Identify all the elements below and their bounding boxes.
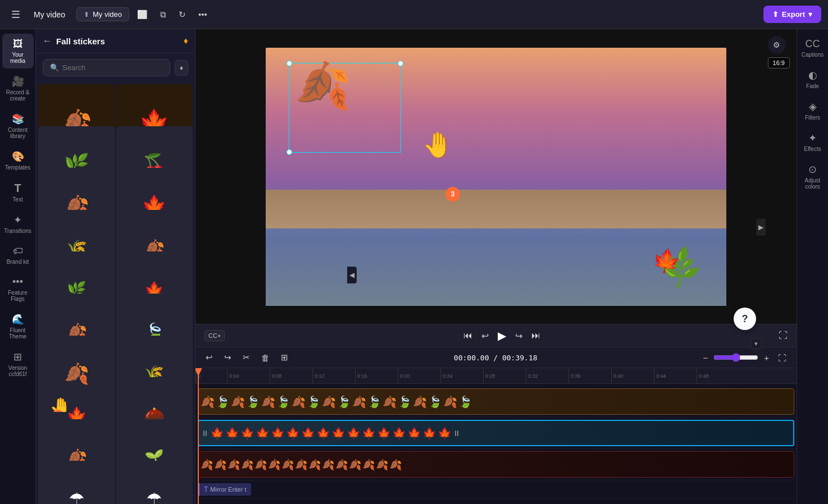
aspect-ratio-button[interactable]: 16:9: [768, 57, 790, 68]
nav-feature-label: Feature Flags: [4, 290, 31, 302]
nav-your-media-label: Your media: [4, 52, 31, 64]
text-clip-icon: T: [204, 485, 208, 493]
skip-to-end-button[interactable]: ⏭: [531, 331, 540, 341]
hamburger-button[interactable]: ☰: [7, 6, 25, 23]
cc-button-wrapper: CC+: [204, 330, 225, 341]
fullscreen-button[interactable]: ⛶: [779, 331, 788, 341]
track-body-2: ⏸ 🍁🍁🍁🍁🍁🍁🍁🍁🍁🍁🍁🍁🍁🍁🍁🍁 ⏸: [195, 418, 797, 448]
search-row: 🔍 ♦: [36, 53, 195, 82]
search-field[interactable]: [62, 63, 163, 72]
right-panel-fade[interactable]: ◐ Fade: [799, 65, 827, 94]
collapse-right-panel-button[interactable]: ▶: [756, 219, 766, 236]
premium-badge[interactable]: ♦: [175, 60, 188, 76]
nav-text[interactable]: T Text: [2, 177, 34, 207]
nav-fluent-theme[interactable]: 🌊 Fluent Theme: [2, 309, 34, 344]
ruler-mark-3: 0:12: [312, 368, 355, 383]
timeline-expand-button[interactable]: ⛶: [775, 351, 790, 364]
export-button[interactable]: ⬆ Export ▾: [763, 6, 821, 23]
text-icon: T: [14, 182, 21, 195]
right-panel-captions[interactable]: CC Captions: [799, 34, 827, 62]
right-panel-adjust-colors[interactable]: ⊙ Adjust colors: [799, 159, 827, 194]
zoom-in-button[interactable]: +: [761, 351, 772, 364]
nav-brand-label: Brand kit: [7, 259, 29, 265]
nav-feature-flags[interactable]: ••• Feature Flags: [2, 272, 34, 306]
ruler-mark-8: 0:32: [526, 368, 568, 383]
add-media-button[interactable]: ⊞: [277, 351, 292, 364]
canvas-controls-right: ⚙ 16:9: [768, 36, 790, 68]
beach-area: [266, 190, 726, 228]
nav-content-library[interactable]: 📚 Content library: [2, 108, 34, 144]
play-button[interactable]: ▶: [498, 329, 506, 342]
nav-transitions[interactable]: ✦ Transitions: [2, 209, 34, 239]
search-input-wrapper[interactable]: 🔍: [43, 59, 170, 76]
time-display: 00:00.00 / 00:39.18: [454, 354, 538, 362]
sticker-item-20[interactable]: ☂: [116, 461, 193, 504]
text-clip-label: Mirror Enter t: [210, 486, 246, 493]
timeline-expand-down-button[interactable]: ▾: [750, 338, 762, 349]
resize-button[interactable]: ⧉: [156, 7, 171, 22]
nav-record-create[interactable]: 🎥 Record & create: [2, 71, 34, 106]
redo-button[interactable]: ↪: [221, 351, 235, 364]
zoom-controls: − + ⛶: [699, 351, 790, 364]
track-clip-2[interactable]: ⏸ 🍁🍁🍁🍁🍁🍁🍁🍁🍁🍁🍁🍁🍁🍁🍁🍁 ⏸: [198, 420, 794, 446]
crown-icon: ♦: [184, 36, 188, 46]
canvas-container: 🍂 🤚 3 🌿 🍁 ⚙ 16:9: [195, 29, 797, 324]
zoom-slider[interactable]: [713, 353, 758, 362]
video-preview: 🍂 🤚 3 🌿 🍁: [266, 48, 726, 306]
library-icon: 📚: [12, 113, 24, 125]
forward5-button[interactable]: ↪: [515, 331, 522, 341]
more-button[interactable]: •••: [194, 7, 212, 21]
undo-button[interactable]: ↩: [202, 351, 216, 364]
media-icon: 🖼: [13, 38, 23, 50]
rotate-button[interactable]: ↻: [174, 7, 190, 22]
nav-version[interactable]: ⊞ Version ccfd61f: [2, 346, 34, 382]
track-clip-3[interactable]: 🍂🍂🍂🍂🍂🍂🍂🍂🍂🍂🍂🍂🍂🍂🍂: [198, 451, 794, 478]
playback-controls: ⏮ ↩ ▶ ↪ ⏭: [463, 329, 540, 342]
cut-button[interactable]: ✂: [239, 351, 253, 364]
track-row-text: T Mirror Enter t: [195, 480, 797, 498]
ruler-mark-1: 0:04: [227, 368, 270, 383]
fluent-icon: 🌊: [12, 313, 24, 326]
track-clip-1[interactable]: 🍂🍃🍂🍃🍂🍃🍂🍃🍂🍃🍂🍃🍂🍃🍂🍃🍂🍃: [198, 388, 794, 415]
ruler-mark-4: 0:16: [355, 368, 398, 383]
right-panel-effects[interactable]: ✦ Effects: [799, 127, 827, 157]
track-row-1: 🍂🍃🍂🍃🍂🍃🍂🍃🍂🍃🍂🍃🍂🍃🍂🍃🍂🍃: [195, 386, 797, 418]
captions-icon: CC: [806, 38, 820, 50]
transitions-icon: ✦: [13, 214, 22, 226]
ruler-mark-9: 0:36: [568, 368, 611, 383]
track-row-2: ⏸ 🍁🍁🍁🍁🍁🍁🍁🍁🍁🍁🍁🍁🍁🍁🍁🍁 ⏸: [195, 418, 797, 449]
timeline-toolbar: ↩ ↪ ✂ 🗑 ⊞ 00:00.00 / 00:39.18 − + ⛶: [195, 347, 797, 368]
nav-brand-kit[interactable]: 🏷 Brand kit: [2, 241, 34, 269]
templates-icon: 🎨: [12, 150, 24, 163]
effects-label: Effects: [804, 146, 821, 152]
left-nav: 🖼 Your media 🎥 Record & create 📚 Content…: [0, 29, 36, 504]
center-area: ◀ 🍂 🤚: [195, 29, 797, 504]
back5-button[interactable]: ↩: [481, 331, 489, 341]
cc-button[interactable]: CC+: [204, 330, 225, 341]
project-tab[interactable]: ⬆ My video: [76, 7, 129, 21]
playback-bar: CC+ ⏮ ↩ ▶ ↪ ⏭ ⛶: [195, 324, 797, 347]
right-panel-filters[interactable]: ◈ Filters: [799, 96, 827, 125]
delete-button[interactable]: 🗑: [258, 351, 273, 364]
nav-templates[interactable]: 🎨 Templates: [2, 146, 34, 175]
total-time: 00:39.18: [502, 354, 538, 362]
zoom-out-button[interactable]: −: [699, 351, 711, 364]
ruler-mark-12: 0:48: [697, 368, 739, 383]
sticker-item-19[interactable]: ☂: [38, 461, 115, 504]
ruler-mark-7: 0:28: [483, 368, 526, 383]
playhead-ruler: [198, 368, 199, 383]
collapse-sidebar-button[interactable]: ◀: [347, 267, 357, 283]
project-title: My video: [34, 10, 65, 19]
nav-your-media[interactable]: 🖼 Your media: [2, 34, 34, 68]
canvas-settings-button[interactable]: ⚙: [768, 36, 786, 54]
leaf-repeat-1: 🍂🍃🍂🍃🍂🍃🍂🍃🍂🍃🍂🍃🍂🍃🍂🍃🍂🍃: [201, 395, 472, 409]
main-layout: 🖼 Your media 🎥 Record & create 📚 Content…: [0, 29, 828, 504]
brand-icon: 🏷: [13, 245, 23, 257]
nav-record-label: Record & create: [4, 89, 31, 102]
help-button[interactable]: ?: [734, 308, 756, 330]
text-clip[interactable]: T Mirror Enter t: [198, 483, 251, 496]
back-button[interactable]: ←: [43, 36, 52, 46]
skip-to-start-button[interactable]: ⏮: [463, 331, 472, 341]
crop-button[interactable]: ⬜: [133, 7, 152, 22]
fade-icon: ◐: [808, 69, 817, 81]
